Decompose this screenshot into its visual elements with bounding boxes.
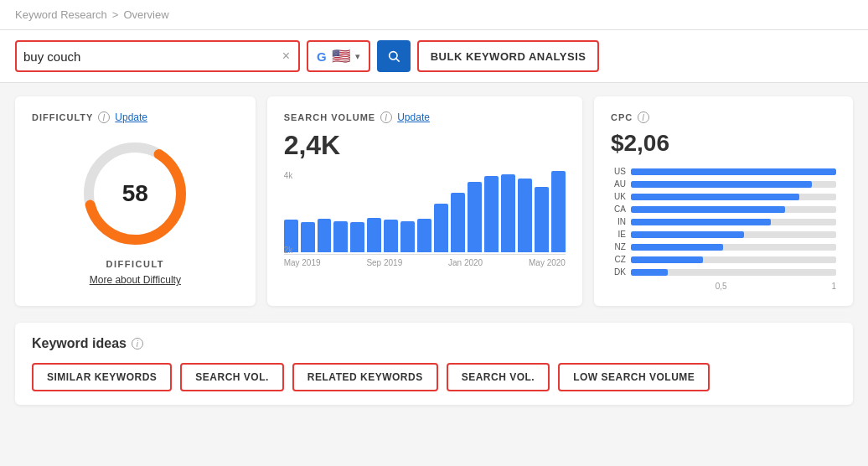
bar-item bbox=[434, 204, 448, 252]
cpc-country-label: CZ bbox=[611, 255, 626, 264]
bar-item bbox=[384, 220, 398, 252]
cpc-bar-bg bbox=[631, 194, 836, 200]
cpc-country-label: CA bbox=[611, 205, 626, 214]
keyword-ideas-tabs: SIMILAR KEYWORDSSEARCH VOL.RELATED KEYWO… bbox=[32, 363, 836, 391]
breadcrumb-part2: Overview bbox=[123, 8, 168, 21]
cpc-bar-bg bbox=[631, 269, 836, 276]
difficulty-card: DIFFICULTY i Update 58 DIFFICULT More ab… bbox=[15, 96, 256, 306]
clear-button[interactable]: × bbox=[281, 49, 292, 64]
more-about-difficulty-link[interactable]: More about Difficulty bbox=[90, 274, 181, 286]
keyword-ideas-section: Keyword ideas i SIMILAR KEYWORDSSEARCH V… bbox=[15, 323, 853, 405]
volume-chart: 4k 2k May 2019Sep 2019Jan 2020May 2020 bbox=[284, 171, 566, 272]
keyword-ideas-info-icon[interactable]: i bbox=[132, 338, 143, 350]
cards-row: DIFFICULTY i Update 58 DIFFICULT More ab… bbox=[15, 96, 853, 306]
y-label-top: 4k bbox=[284, 171, 293, 180]
chart-y-labels: 4k 2k bbox=[284, 171, 293, 255]
bar-item bbox=[333, 221, 348, 253]
bar-item bbox=[535, 187, 549, 252]
difficulty-label: DIFFICULTY bbox=[32, 112, 93, 122]
bar-item bbox=[484, 176, 499, 252]
volume-value: 2,4K bbox=[284, 130, 566, 161]
cpc-bar-fill bbox=[631, 206, 785, 213]
difficulty-info-icon[interactable]: i bbox=[98, 111, 110, 123]
bar-item bbox=[518, 179, 532, 252]
x-label: May 2019 bbox=[284, 258, 321, 267]
cpc-country-label: DK bbox=[611, 267, 626, 277]
svg-point-0 bbox=[389, 52, 396, 60]
cpc-bar-fill bbox=[631, 168, 836, 175]
keyword-tab-2[interactable]: RELATED KEYWORDS bbox=[292, 363, 438, 391]
difficulty-update-link[interactable]: Update bbox=[115, 111, 147, 123]
volume-header: SEARCH VOLUME i Update bbox=[284, 111, 566, 123]
cpc-card: CPC i $2,06 US AU UK CA IN IE bbox=[594, 96, 853, 306]
bar-item bbox=[551, 171, 566, 252]
cpc-bar-row: UK bbox=[611, 192, 836, 201]
google-logo: G bbox=[317, 49, 327, 64]
engine-selector[interactable]: G 🇺🇸 ▾ bbox=[307, 40, 370, 72]
breadcrumb-separator: > bbox=[112, 8, 119, 21]
cpc-header: CPC i bbox=[611, 111, 836, 123]
cpc-label: CPC bbox=[611, 112, 633, 122]
search-input[interactable] bbox=[23, 49, 281, 64]
search-button[interactable] bbox=[377, 40, 411, 72]
cpc-bar-fill bbox=[631, 256, 703, 263]
cpc-bar-row: NZ bbox=[611, 242, 836, 251]
svg-line-1 bbox=[396, 59, 400, 62]
bar-item bbox=[417, 219, 431, 252]
chart-x-labels: May 2019Sep 2019Jan 2020May 2020 bbox=[284, 255, 566, 267]
country-flag: 🇺🇸 bbox=[332, 47, 350, 65]
cpc-country-label: US bbox=[611, 167, 626, 176]
cpc-bar-fill bbox=[631, 181, 812, 188]
bar-item bbox=[451, 193, 465, 252]
cpc-bar-bg bbox=[631, 206, 836, 213]
volume-update-link[interactable]: Update bbox=[397, 111, 430, 123]
bulk-keyword-analysis-button[interactable]: BULK KEYWORD ANALYSIS bbox=[417, 40, 600, 72]
cpc-x-label: 1 bbox=[831, 282, 836, 291]
cpc-bar-row: AU bbox=[611, 179, 836, 189]
cpc-country-label: AU bbox=[611, 179, 626, 189]
cpc-country-label: IE bbox=[611, 230, 626, 239]
cpc-bar-row: DK bbox=[611, 267, 836, 277]
chevron-down-icon: ▾ bbox=[355, 51, 360, 62]
cpc-bar-fill bbox=[631, 244, 723, 251]
keyword-tab-3[interactable]: SEARCH VOL. bbox=[447, 363, 550, 391]
search-volume-card: SEARCH VOLUME i Update 2,4K 4k 2k May 20… bbox=[267, 96, 582, 306]
cpc-value: $2,06 bbox=[611, 130, 836, 157]
keyword-tab-0[interactable]: SIMILAR KEYWORDS bbox=[32, 363, 172, 391]
cpc-bar-row: US bbox=[611, 167, 836, 176]
cpc-bars: US AU UK CA IN IE NZ CZ bbox=[611, 167, 836, 277]
volume-info-icon[interactable]: i bbox=[380, 111, 392, 123]
bar-item bbox=[318, 219, 332, 252]
x-label: Jan 2020 bbox=[448, 258, 483, 267]
x-label: Sep 2019 bbox=[366, 258, 402, 267]
main-content: DIFFICULTY i Update 58 DIFFICULT More ab… bbox=[0, 83, 868, 418]
difficulty-header: DIFFICULTY i Update bbox=[32, 111, 239, 123]
search-input-wrap: × bbox=[15, 40, 300, 72]
keyword-tab-4[interactable]: LOW SEARCH VOLUME bbox=[558, 363, 710, 391]
volume-label: SEARCH VOLUME bbox=[284, 112, 376, 122]
cpc-info-icon[interactable]: i bbox=[638, 111, 649, 123]
x-label: May 2020 bbox=[529, 258, 566, 267]
cpc-bar-row: IN bbox=[611, 217, 836, 226]
cpc-country-label: NZ bbox=[611, 242, 626, 251]
cpc-bar-fill bbox=[631, 269, 668, 276]
cpc-bar-bg bbox=[631, 219, 836, 225]
y-label-mid: 2k bbox=[284, 246, 293, 255]
cpc-bar-bg bbox=[631, 244, 836, 251]
cpc-bar-bg bbox=[631, 181, 836, 188]
cpc-bar-bg bbox=[631, 256, 836, 263]
breadcrumb: Keyword Research > Overview bbox=[0, 0, 868, 30]
cpc-country-label: IN bbox=[611, 217, 626, 226]
keyword-tab-1[interactable]: SEARCH VOL. bbox=[180, 363, 284, 391]
keyword-ideas-label: Keyword ideas bbox=[32, 336, 127, 351]
cpc-x-label: 0,5 bbox=[716, 282, 727, 291]
keyword-ideas-title: Keyword ideas i bbox=[32, 336, 836, 351]
cpc-bar-fill bbox=[631, 194, 799, 200]
bar-item bbox=[501, 174, 515, 252]
cpc-bar-row: CA bbox=[611, 205, 836, 214]
breadcrumb-part1[interactable]: Keyword Research bbox=[15, 8, 107, 21]
difficulty-donut: 58 bbox=[76, 135, 194, 252]
bar-chart bbox=[284, 171, 566, 255]
difficulty-text: DIFFICULT bbox=[106, 259, 165, 269]
difficulty-value: 58 bbox=[122, 180, 148, 207]
